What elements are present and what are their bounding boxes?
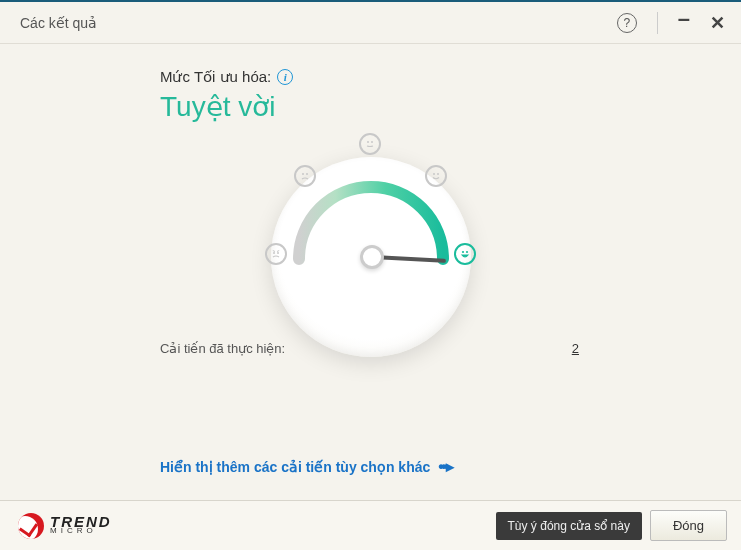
optimization-level: Tuyệt vời: [160, 90, 581, 123]
close-tooltip: Tùy ý đóng cửa sổ này: [496, 512, 642, 540]
svg-point-6: [273, 252, 275, 254]
arrow-right-icon: •••▸: [438, 457, 451, 476]
svg-point-0: [367, 141, 369, 143]
face-neutral-icon: [359, 133, 381, 155]
svg-line-8: [272, 251, 274, 252]
main-content: Mức Tối ưu hóa: i Tuyệt vời: [0, 44, 741, 356]
close-window-button[interactable]: ✕: [710, 14, 725, 32]
help-icon[interactable]: ?: [617, 13, 637, 33]
show-more-label: Hiển thị thêm các cải tiến tùy chọn khác: [160, 459, 430, 475]
gauge: [241, 137, 501, 317]
optimization-label-row: Mức Tối ưu hóa: i: [160, 68, 581, 86]
footer-actions: Tùy ý đóng cửa sổ này Đóng: [496, 510, 727, 541]
brand-text: TREND MICRO: [50, 516, 112, 536]
gauge-needle-pivot: [360, 245, 384, 269]
improvements-count[interactable]: 2: [572, 341, 581, 356]
svg-point-1: [371, 141, 373, 143]
show-more-link[interactable]: Hiển thị thêm các cải tiến tùy chọn khác…: [160, 457, 451, 476]
svg-point-3: [306, 173, 308, 175]
svg-line-9: [277, 251, 279, 252]
face-angry-icon: [265, 243, 287, 265]
optimization-label: Mức Tối ưu hóa:: [160, 68, 271, 86]
titlebar: Các kết quả ? – ✕: [0, 2, 741, 44]
footer: TREND MICRO Tùy ý đóng cửa sổ này Đóng: [0, 500, 741, 550]
minimize-button[interactable]: –: [678, 8, 690, 30]
face-sad-icon: [294, 165, 316, 187]
face-smile-icon: [425, 165, 447, 187]
titlebar-controls: ? – ✕: [617, 12, 725, 34]
svg-point-11: [465, 251, 467, 253]
svg-point-7: [277, 252, 279, 254]
svg-point-4: [433, 173, 435, 175]
brand-logo: TREND MICRO: [18, 513, 112, 539]
trendmicro-logo-icon: [18, 513, 44, 539]
window-title: Các kết quả: [20, 15, 617, 31]
close-button[interactable]: Đóng: [650, 510, 727, 541]
svg-point-10: [461, 251, 463, 253]
face-happy-active-icon: [454, 243, 476, 265]
svg-point-5: [437, 173, 439, 175]
info-icon[interactable]: i: [277, 69, 293, 85]
divider: [657, 12, 658, 34]
svg-point-2: [302, 173, 304, 175]
